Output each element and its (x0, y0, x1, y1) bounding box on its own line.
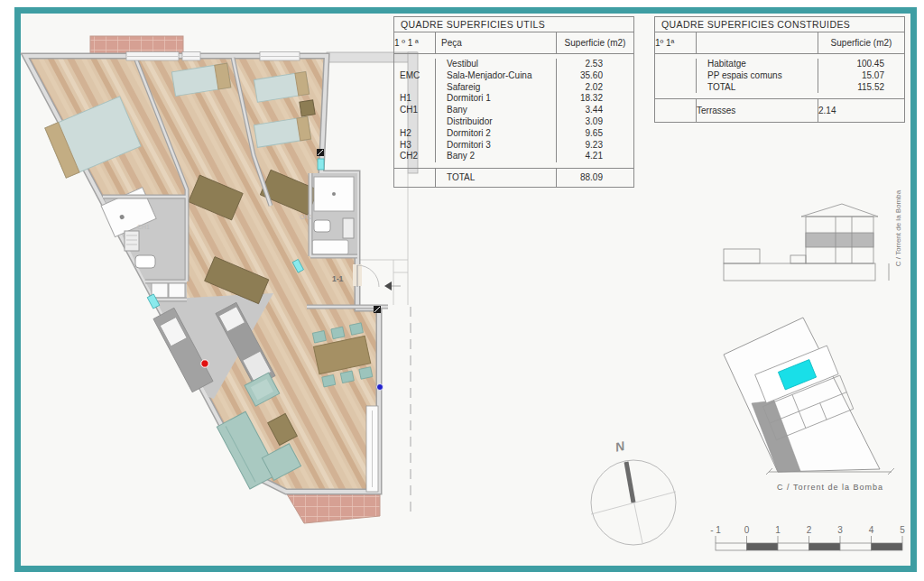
north-compass: N (591, 438, 676, 545)
table-row: Habitatge100.45 (655, 59, 904, 70)
svg-text:5: 5 (900, 525, 905, 535)
scale-tick-labels: - 1 0 1 2 3 4 5 (710, 525, 905, 535)
table-row: H1Dormitori 118.32 (394, 93, 633, 105)
table-row: H2Dormitori 29.65 (394, 128, 633, 140)
table-row: TOTAL115.52 (655, 82, 904, 94)
total-label: TOTAL (435, 169, 556, 187)
table-superficies-utils: QUADRE SUPERFICIES UTILS 1 º 1 ª Peça Su… (393, 16, 634, 188)
section-street-label: C / Torrent de la Bomba (894, 189, 902, 266)
table-row: Distribuidor3.09 (394, 116, 633, 128)
terrace-label: Terrasses (696, 99, 818, 122)
table-row: H3Dormitori 39.23 (394, 140, 633, 152)
table-row: Safareig2.02 (394, 82, 633, 94)
table-body: Vestibul2.53 EMCSala-Menjador-Cuina35.60… (394, 54, 633, 169)
table-row: PP espais comuns15.07 (655, 70, 904, 82)
balcony-bottom (286, 493, 380, 523)
total-value: 88.09 (556, 169, 633, 187)
floor-label: 1º 1ª (655, 32, 696, 53)
svg-text:2: 2 (807, 525, 812, 535)
stove-marker-dot (201, 360, 208, 367)
col-header-surface: Superficie (m2) (818, 32, 904, 53)
door-sensor-dot (377, 384, 383, 391)
north-label: N (614, 438, 626, 455)
table-superficies-construides: QUADRE SUPERFICIES CONSTRUIDES 1º 1ª Sup… (654, 16, 905, 123)
site-street-label: C / Torrent de la Bomba (777, 483, 883, 492)
entry-arrow-icon (384, 281, 392, 290)
table-title: QUADRE SUPERFICIES UTILS (394, 17, 633, 32)
table-body: Habitatge100.45 PP espais comuns15.07 TO… (655, 54, 904, 99)
room-label-ch2: CH2 (300, 214, 312, 220)
col-header-surface: Superficie (m2) (556, 32, 633, 53)
svg-text:1: 1 (775, 525, 781, 535)
table-terrace-row: Terrasses 2.14 (655, 99, 904, 122)
floor-label: 1 º 1 ª (394, 32, 435, 53)
table-total-row: TOTAL 88.09 (394, 169, 633, 187)
site-plan: C / Torrent de la Bomba (724, 318, 894, 492)
table-header: 1º 1ª Superficie (m2) (655, 32, 904, 54)
svg-text:0: 0 (744, 525, 750, 535)
scale-bar: - 1 0 1 2 3 4 5 (710, 525, 905, 550)
table-title: QUADRE SUPERFICIES CONSTRUIDES (655, 17, 904, 32)
svg-text:- 1: - 1 (710, 525, 721, 535)
terrace-value: 2.14 (818, 99, 904, 122)
section-highlight-floor (806, 233, 873, 247)
svg-text:4: 4 (869, 525, 874, 535)
drawing-sheet: CH1 CH2 1-1 C / Torrent de la Bomba (0, 0, 924, 581)
table-row: CH2Bany 24.21 (394, 151, 633, 162)
building-section: C / Torrent de la Bomba (724, 189, 902, 281)
nightstand (300, 100, 315, 116)
table-row: Vestibul2.53 (394, 59, 633, 70)
window-marker (318, 159, 324, 170)
col-header-piece: Peça (435, 32, 556, 53)
table-header: 1 º 1 ª Peça Superficie (m2) (394, 32, 633, 54)
table-row: CH1Bany3.44 (394, 105, 633, 116)
room-label-ch1: CH1 (137, 224, 150, 230)
apartment-floor-plan: CH1 CH2 1-1 (25, 36, 418, 523)
table-row: EMCSala-Menjador-Cuina35.60 (394, 70, 633, 82)
svg-text:3: 3 (837, 525, 843, 535)
section-mark-label: 1-1 (332, 274, 344, 283)
